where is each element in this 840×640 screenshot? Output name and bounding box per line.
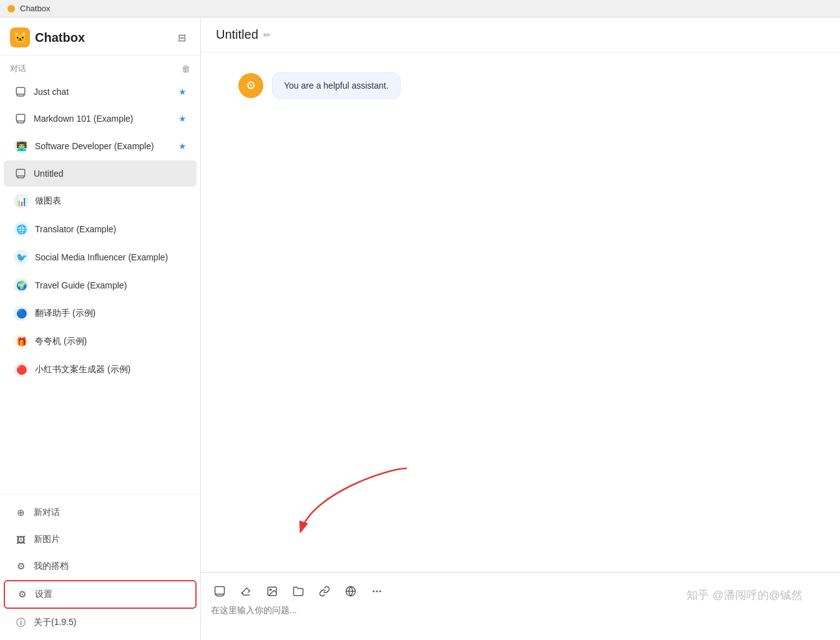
toolbar-chat-icon[interactable] [211, 583, 228, 600]
sidebar-item-xiaohongshu[interactable]: 🔴 小红书文案生成器 (示例) [4, 356, 197, 383]
my-config-label: 我的搭档 [34, 561, 69, 572]
sidebar-item-social-media[interactable]: 🐦 Social Media Influencer (Example) [4, 244, 197, 271]
star-icon: ★ [178, 114, 187, 124]
toolbar-erase-icon[interactable] [237, 583, 255, 600]
sidebar-list: Just chat ★ Markdown 101 (Example) ★ 👨‍💻… [0, 78, 200, 495]
svg-point-10 [376, 591, 378, 592]
plus-circle-icon: ⊕ [14, 506, 27, 519]
brand-name: Chatbox [35, 31, 85, 45]
toolbar-link-icon[interactable] [316, 583, 333, 600]
kuakuaji-icon: 🎁 [14, 334, 29, 349]
sidebar-item-translator[interactable]: 🌐 Translator (Example) [4, 215, 197, 243]
settings-label: 设置 [35, 589, 52, 600]
sidebar-item-fanyi[interactable]: 🔵 翻译助手 (示例) [4, 300, 197, 327]
sidebar-item-label: Software Developer (Example) [35, 141, 176, 151]
toolbar-folder-icon[interactable] [290, 583, 307, 600]
sidebar-bottom: ⊕ 新对话 🖼 新图片 ⚙ 我的搭档 ⚙ 设置 ⓘ 关于(1.9.5) [0, 495, 200, 640]
info-icon: ⓘ [14, 616, 27, 629]
chat-icon [14, 167, 27, 180]
sidebar-item-label: 夸夸机 (示例) [35, 336, 187, 347]
sidebar-item-label: 翻译助手 (示例) [35, 308, 187, 319]
xiaohongshu-icon: 🔴 [14, 362, 29, 377]
app-container: 🐱 Chatbox ⊟ 对话 🗑 Just chat ★ [0, 17, 840, 640]
sidebar-item-travel-guide[interactable]: 🌍 Travel Guide (Example) [4, 272, 197, 299]
sidebar-item-kuakuaji[interactable]: 🎁 夸夸机 (示例) [4, 328, 197, 355]
sidebar-brand: 🐱 Chatbox [10, 27, 85, 47]
my-config-button[interactable]: ⚙ 我的搭档 [4, 553, 197, 579]
svg-point-11 [380, 591, 381, 592]
sidebar-section: 对话 🗑 [0, 56, 200, 78]
main-header: Untitled ✏ [201, 17, 840, 52]
gear-icon: ⚙ [15, 588, 29, 601]
svg-rect-1 [16, 114, 25, 121]
system-message: ⚙ You are a helpful assistant. [238, 72, 613, 99]
svg-point-9 [373, 591, 374, 592]
title-bar: Chatbox [0, 0, 840, 17]
sidebar-item-software-dev[interactable]: 👨‍💻 Software Developer (Example) ★ [4, 132, 197, 160]
new-image-button[interactable]: 🖼 新图片 [4, 526, 197, 553]
page-title: Untitled [216, 27, 258, 42]
sidebar-collapse-button[interactable]: ⊟ [173, 29, 190, 46]
fanyi-icon: 🔵 [14, 306, 29, 321]
svg-rect-4 [215, 587, 225, 594]
sidebar-item-label: Markdown 101 (Example) [34, 114, 176, 124]
sidebar-item-markdown101[interactable]: Markdown 101 (Example) ★ [4, 106, 197, 132]
input-toolbar [211, 580, 830, 605]
toolbar-image-icon[interactable] [263, 583, 281, 600]
sidebar-item-label: Social Media Influencer (Example) [35, 252, 187, 262]
sidebar-item-label: Translator (Example) [35, 224, 187, 234]
sidebar-item-label: 做图表 [35, 195, 187, 207]
title-bar-label: Chatbox [20, 4, 50, 13]
toolbar-globe-icon[interactable] [342, 583, 359, 600]
system-icon: ⚙ [238, 73, 263, 98]
sidebar-item-label: Travel Guide (Example) [35, 280, 187, 290]
travel-guide-icon: 🌍 [14, 278, 29, 293]
sidebar-item-label: Just chat [34, 87, 176, 97]
input-area [201, 572, 840, 640]
sidebar-header: 🐱 Chatbox ⊟ [0, 17, 200, 56]
svg-point-6 [270, 589, 271, 590]
sidebar-item-label: 小红书文案生成器 (示例) [35, 364, 187, 375]
chat-icon [14, 112, 27, 126]
sidebar: 🐱 Chatbox ⊟ 对话 🗑 Just chat ★ [0, 17, 201, 640]
config-icon: ⚙ [14, 559, 27, 573]
main-content: Untitled ✏ ⚙ You are a helpful assistant… [201, 17, 840, 640]
sidebar-item-charts[interactable]: 📊 做图表 [4, 187, 197, 215]
system-text-bubble: You are a helpful assistant. [272, 72, 401, 99]
image-icon: 🖼 [14, 533, 27, 546]
edit-title-icon[interactable]: ✏ [263, 30, 271, 40]
new-image-label: 新图片 [34, 534, 60, 545]
sidebar-item-label: Untitled [34, 169, 187, 179]
about-label: 关于(1.9.5) [34, 617, 76, 628]
svg-rect-2 [16, 169, 25, 176]
sidebar-item-just-chat[interactable]: Just chat ★ [4, 79, 197, 105]
settings-button[interactable]: ⚙ 设置 [4, 580, 197, 609]
social-media-icon: 🐦 [14, 250, 29, 265]
charts-icon: 📊 [14, 194, 29, 209]
star-icon: ★ [178, 141, 187, 151]
chat-icon [14, 85, 27, 99]
new-chat-button[interactable]: ⊕ 新对话 [4, 500, 197, 526]
new-chat-label: 新对话 [34, 507, 60, 518]
chat-input[interactable] [211, 605, 830, 630]
about-button[interactable]: ⓘ 关于(1.9.5) [4, 609, 197, 636]
sidebar-section-label: 对话 [10, 63, 26, 74]
trash-icon[interactable]: 🗑 [182, 64, 190, 74]
sidebar-item-untitled[interactable]: Untitled [4, 160, 197, 187]
svg-rect-0 [16, 87, 25, 94]
title-bar-icon [7, 5, 15, 12]
star-icon: ★ [178, 87, 187, 97]
software-dev-icon: 👨‍💻 [14, 139, 29, 154]
brand-icon: 🐱 [10, 27, 30, 47]
toolbar-more-icon[interactable] [368, 583, 386, 600]
translator-icon: 🌐 [14, 222, 29, 237]
chat-area: ⚙ You are a helpful assistant. [201, 52, 840, 572]
